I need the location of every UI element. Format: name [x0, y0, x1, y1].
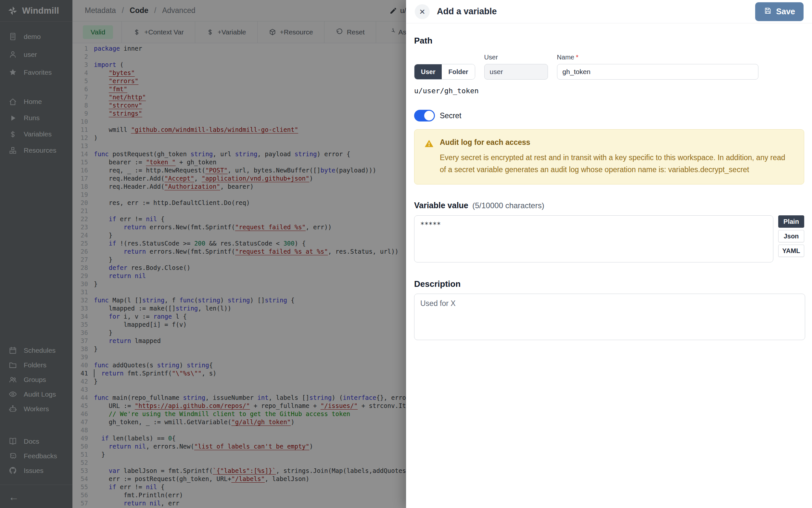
required-asterisk: *: [576, 54, 579, 61]
save-button[interactable]: Save: [755, 2, 804, 21]
format-plain-button[interactable]: Plain: [778, 215, 804, 228]
audit-warning-box: Audit log for each access Every secret i…: [414, 129, 804, 184]
name-field-label: Name*: [557, 54, 758, 61]
format-button-group: PlainJsonYAML: [778, 215, 804, 257]
description-section: Description Used for X: [414, 279, 804, 341]
format-yaml-button[interactable]: YAML: [778, 245, 804, 257]
full-path-text: u/user/gh_token: [414, 87, 804, 95]
description-input[interactable]: Used for X: [414, 294, 805, 340]
variable-value-heading: Variable value: [414, 201, 468, 210]
path-fields-row: UserFolder User Name*: [414, 54, 804, 80]
name-input[interactable]: [557, 64, 758, 80]
close-button[interactable]: ×: [415, 4, 430, 19]
owner-kind-user[interactable]: User: [415, 64, 442, 79]
toggle-knob: [424, 111, 434, 121]
save-button-label: Save: [776, 7, 795, 16]
path-section-heading: Path: [414, 36, 804, 46]
save-icon: [764, 6, 772, 17]
variable-value-section: Variable value (5/10000 characters) ****…: [414, 201, 804, 264]
drawer-title: Add a variable: [437, 6, 497, 16]
owner-field: User: [484, 54, 548, 80]
variable-value-input[interactable]: *****: [414, 215, 773, 262]
audit-warning-body: Every secret is encrypted at rest and in…: [440, 152, 790, 176]
drawer-body: Path UserFolder User Name* u/user/gh_tok…: [406, 24, 812, 341]
variable-value-wrap: ***** PlainJsonYAML: [414, 215, 804, 264]
close-icon: ×: [419, 6, 425, 17]
variable-value-heading-row: Variable value (5/10000 characters): [414, 201, 804, 210]
name-field: Name*: [557, 54, 758, 80]
owner-kind-folder[interactable]: Folder: [442, 64, 474, 79]
description-heading: Description: [414, 279, 804, 289]
character-counter: (5/10000 characters): [472, 201, 544, 210]
add-variable-drawer: × Add a variable Save Path UserFolder Us…: [406, 0, 812, 508]
drawer-header: × Add a variable Save: [406, 0, 812, 24]
secret-row: Secret: [414, 110, 804, 122]
owner-input[interactable]: [484, 64, 548, 80]
secret-label: Secret: [440, 112, 461, 120]
owner-kind-toggle: UserFolder: [414, 64, 475, 80]
secret-toggle[interactable]: [414, 110, 435, 122]
format-json-button[interactable]: Json: [778, 230, 804, 242]
audit-warning-title: Audit log for each access: [440, 138, 790, 147]
owner-field-label: User: [484, 54, 548, 61]
audit-warning-text: Audit log for each access Every secret i…: [440, 138, 790, 176]
warning-icon: [424, 139, 434, 149]
